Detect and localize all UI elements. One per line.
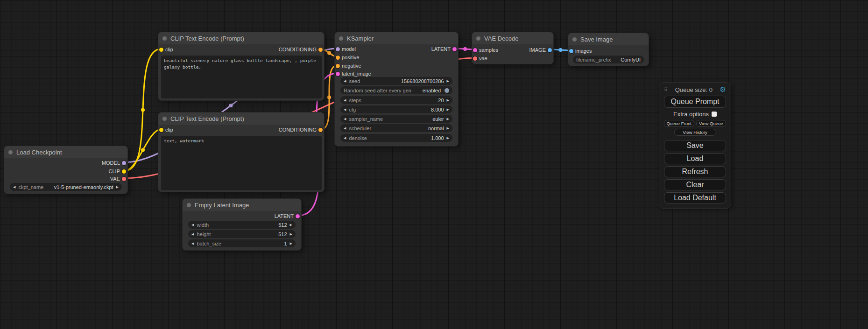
decrement-arrow-icon[interactable]: ◀ — [344, 98, 346, 102]
node-vae-decode[interactable]: VAE Decode samples vae IMAGE — [472, 32, 554, 64]
output-dot-model[interactable] — [122, 161, 126, 165]
input-dot-positive[interactable] — [336, 56, 340, 60]
input-dot-clip[interactable] — [159, 48, 163, 52]
output-label-model: MODEL — [102, 160, 120, 166]
input-label-model: model — [342, 46, 356, 52]
node-title-bar[interactable]: Load Checkpoint — [4, 146, 127, 158]
collapse-dot-icon[interactable] — [572, 37, 577, 42]
refresh-button[interactable]: Refresh — [664, 166, 726, 177]
decrement-arrow-icon[interactable]: ◀ — [344, 108, 346, 111]
increment-arrow-icon[interactable]: ▶ — [447, 98, 449, 102]
input-dot-vae[interactable] — [473, 56, 477, 61]
node-save-image[interactable]: Save Image images filename_prefix ComfyU… — [568, 33, 649, 66]
collapse-dot-icon[interactable] — [162, 117, 167, 121]
decrement-arrow-icon[interactable]: ◀ — [191, 232, 194, 236]
increment-arrow-icon[interactable]: ▶ — [290, 232, 292, 236]
node-title-bar[interactable]: CLIP Text Encode (Prompt) — [158, 32, 324, 44]
widget-sampler-name[interactable]: ◀ sampler_name euler ▶ — [340, 115, 452, 123]
node-graph-canvas[interactable]: Load Checkpoint MODEL CLIP VAE ◀ ckpt_na… — [0, 0, 868, 329]
decrement-arrow-icon[interactable]: ◀ — [344, 117, 346, 120]
increment-arrow-icon[interactable]: ▶ — [447, 117, 449, 120]
queue-front-button[interactable]: Queue Front — [664, 120, 694, 127]
toggle-dot-icon[interactable] — [445, 88, 449, 93]
increment-arrow-icon[interactable]: ▶ — [116, 185, 119, 189]
input-dot-images[interactable] — [569, 49, 573, 53]
save-button[interactable]: Save — [664, 140, 726, 151]
widget-label: batch_size — [197, 241, 221, 246]
increment-arrow-icon[interactable]: ▶ — [447, 126, 449, 130]
input-dot-model[interactable] — [336, 47, 340, 51]
widget-seed[interactable]: ◀ seed 156680208700286 ▶ — [340, 77, 452, 85]
output-dot-clip[interactable] — [122, 169, 126, 174]
widget-value: normal — [428, 126, 444, 131]
output-dot-image[interactable] — [548, 48, 552, 52]
output-dot-conditioning[interactable] — [318, 128, 323, 132]
widget-batch-size[interactable]: ◀ batch_size 1 ▶ — [188, 239, 296, 247]
decrement-arrow-icon[interactable]: ◀ — [191, 242, 194, 245]
widget-width[interactable]: ◀ width 512 ▶ — [188, 221, 296, 229]
clear-button[interactable]: Clear — [664, 179, 726, 190]
collapse-dot-icon[interactable] — [162, 36, 167, 41]
collapse-dot-icon[interactable] — [187, 203, 191, 207]
input-dot-clip[interactable] — [159, 128, 163, 132]
node-empty-latent-image[interactable]: Empty Latent Image LATENT ◀ width 512 ▶ … — [182, 198, 302, 251]
widget-steps[interactable]: ◀ steps 20 ▶ — [340, 96, 452, 104]
widget-cfg[interactable]: ◀ cfg 8.000 ▶ — [340, 105, 452, 113]
node-title-bar[interactable]: VAE Decode — [472, 32, 553, 44]
node-ksampler[interactable]: KSampler model positive negative latent_… — [334, 32, 459, 147]
node-title-bar[interactable]: CLIP Text Encode (Prompt) — [158, 112, 324, 125]
widget-random-seed-toggle[interactable]: Random seed after every gen enabled — [340, 86, 452, 94]
increment-arrow-icon[interactable]: ▶ — [447, 108, 449, 111]
settings-gear-icon[interactable]: ⚙ — [720, 85, 726, 94]
widget-filename-prefix[interactable]: filename_prefix ComfyUI — [573, 56, 644, 63]
node-title: KSampler — [347, 35, 374, 42]
increment-arrow-icon[interactable]: ▶ — [447, 136, 449, 140]
input-label-clip: clip — [165, 127, 173, 133]
load-button[interactable]: Load — [664, 153, 726, 164]
decrement-arrow-icon[interactable]: ◀ — [344, 126, 346, 130]
node-load-checkpoint[interactable]: Load Checkpoint MODEL CLIP VAE ◀ ckpt_na… — [4, 146, 128, 194]
widget-value: ComfyUI — [621, 57, 641, 63]
prompt-text-input[interactable]: text, watermark — [161, 136, 322, 190]
view-queue-button[interactable]: View Queue — [696, 120, 727, 127]
input-label-latent-image: latent_image — [342, 71, 371, 77]
node-title-bar[interactable]: KSampler — [335, 32, 458, 44]
increment-arrow-icon[interactable]: ▶ — [447, 79, 449, 83]
extra-options-checkbox[interactable] — [712, 112, 717, 117]
widget-value: 512 — [278, 231, 287, 237]
wire-midpoint-dot — [559, 48, 563, 52]
node-title-bar[interactable]: Empty Latent Image — [183, 199, 301, 211]
collapse-dot-icon[interactable] — [339, 36, 343, 41]
node-title: CLIP Text Encode (Prompt) — [170, 115, 244, 122]
node-title-bar[interactable]: Save Image — [568, 33, 649, 45]
widget-scheduler[interactable]: ◀ scheduler normal ▶ — [340, 124, 452, 132]
prompt-text-input[interactable]: beautiful scenery nature glass bottle la… — [161, 56, 322, 98]
widget-denoise[interactable]: ◀ denoise 1.000 ▶ — [340, 134, 452, 142]
node-clip-text-encode-negative[interactable]: CLIP Text Encode (Prompt) clip CONDITION… — [158, 112, 325, 192]
decrement-arrow-icon[interactable]: ◀ — [344, 136, 346, 140]
input-dot-latent-image[interactable] — [336, 72, 340, 76]
queue-prompt-button[interactable]: Queue Prompt — [664, 96, 726, 108]
node-clip-text-encode-positive[interactable]: CLIP Text Encode (Prompt) clip CONDITION… — [158, 32, 325, 101]
widget-height[interactable]: ◀ height 512 ▶ — [188, 230, 296, 238]
load-default-button[interactable]: Load Default — [664, 192, 726, 203]
decrement-arrow-icon[interactable]: ◀ — [13, 185, 15, 189]
output-dot-conditioning[interactable] — [318, 48, 323, 52]
decrement-arrow-icon[interactable]: ◀ — [344, 79, 346, 83]
increment-arrow-icon[interactable]: ▶ — [290, 242, 292, 245]
input-dot-samples[interactable] — [473, 48, 477, 52]
collapse-dot-icon[interactable] — [476, 36, 480, 41]
widget-value: 20 — [438, 98, 444, 103]
input-dot-negative[interactable] — [336, 64, 340, 68]
increment-arrow-icon[interactable]: ▶ — [290, 223, 292, 226]
output-label-clip: CLIP — [109, 168, 120, 174]
output-dot-latent[interactable] — [296, 214, 300, 218]
output-dot-vae[interactable] — [122, 177, 126, 181]
collapse-dot-icon[interactable] — [8, 150, 13, 154]
view-history-button[interactable]: View History — [674, 129, 716, 136]
widget-ckpt-name[interactable]: ◀ ckpt_name v1-5-pruned-emaonly.ckpt ▶ — [10, 183, 122, 191]
decrement-arrow-icon[interactable]: ◀ — [191, 223, 194, 226]
drag-handle-icon[interactable]: ⠿ — [664, 87, 668, 93]
extra-options-label: Extra options — [673, 111, 709, 118]
output-dot-latent[interactable] — [452, 47, 457, 51]
